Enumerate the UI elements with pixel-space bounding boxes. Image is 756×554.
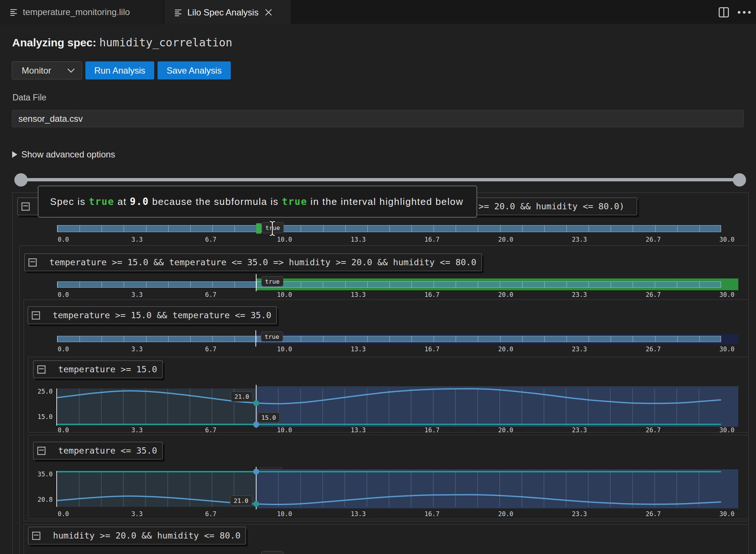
axis-tick-label: 23.3 <box>572 344 587 354</box>
axis-tick-label: 10.0 <box>277 344 292 354</box>
time-axis: 0.03.36.710.013.316.720.023.326.730.0 <box>0 344 756 354</box>
axis-tick-label: 23.3 <box>572 509 587 519</box>
save-analysis-button[interactable]: Save Analysis <box>158 61 231 79</box>
mode-select[interactable]: Monitor <box>12 61 82 79</box>
file-lines-icon <box>10 8 18 17</box>
y-axis-label-min: 20.8 <box>31 496 53 503</box>
axis-tick-label: 0.0 <box>58 425 69 435</box>
formula-header-temperature-gte[interactable]: temperature >= 15.0 <box>33 361 163 378</box>
split-editor-icon[interactable] <box>718 7 729 18</box>
axis-tick-label: 13.3 <box>351 290 366 299</box>
formula-header-temperature-lte[interactable]: temperature <= 35.0 <box>33 442 163 459</box>
axis-tick-label: 3.3 <box>131 235 143 244</box>
formula-text: temperature <= 35.0 <box>58 445 157 456</box>
close-icon[interactable] <box>264 8 273 17</box>
tab-temperature-monitoring[interactable]: temperature_monitoring.lilo <box>0 0 164 24</box>
formula-header-humidity-conjunction[interactable]: humidity >= 20.0 && humidity <= 80.0 <box>28 527 246 544</box>
axis-tick-label: 6.7 <box>205 509 216 519</box>
collapse-icon[interactable] <box>32 311 40 320</box>
text-cursor-pointer <box>269 220 276 237</box>
axis-tick-label: 13.3 <box>351 425 366 435</box>
axis-tick-label: 10.0 <box>277 509 292 519</box>
signal-cursor-dot <box>253 400 259 406</box>
tab-label: temperature_monitoring.lilo <box>23 7 130 17</box>
collapse-icon[interactable] <box>37 365 46 374</box>
spec-result-tooltip: Spec is true at 9.0 because the subformu… <box>38 186 477 217</box>
axis-tick-label: 23.3 <box>572 425 587 435</box>
axis-tick-label: 13.3 <box>351 235 366 244</box>
axis-tick-label: 20.0 <box>498 235 513 244</box>
tooltip-time-value: 9.0 <box>130 196 149 207</box>
axis-tick-label: 3.3 <box>131 290 143 299</box>
verdict-chip: true <box>261 276 283 287</box>
verdict-chip-label: true <box>265 278 280 285</box>
chevron-down-icon <box>67 68 75 73</box>
slider-handle-start[interactable] <box>14 173 28 187</box>
axis-tick-label: 6.7 <box>205 425 216 435</box>
mode-select-value: Monitor <box>22 65 51 76</box>
collapse-icon[interactable] <box>32 532 40 540</box>
triangle-right-icon <box>12 151 17 158</box>
axis-tick-label: 3.3 <box>131 425 143 435</box>
axis-tick-label: 0.0 <box>58 290 69 299</box>
spec-name: humidity_correlation <box>99 36 232 49</box>
collapse-icon[interactable] <box>37 447 46 455</box>
truth-bar-implication-after[interactable] <box>256 281 721 288</box>
y-axis-label-max: 35.0 <box>31 470 53 478</box>
line-chart-temperature-lte[interactable]: 35.020.821.035.0 <box>31 467 749 509</box>
axis-tick-label: 10.0 <box>277 290 292 299</box>
collapse-icon[interactable] <box>28 258 37 267</box>
truth-bar-implication-before[interactable] <box>57 281 257 288</box>
y-axis-label-max: 25.0 <box>31 388 53 395</box>
slider-handle-end[interactable] <box>733 173 746 187</box>
axis-tick-label: 3.3 <box>131 509 143 519</box>
axis-tick-label: 0.0 <box>58 344 69 354</box>
axis-tick-label: 16.7 <box>424 235 439 244</box>
more-actions-icon[interactable] <box>737 7 752 18</box>
page-title: Analyzing spec: humidity_correlation <box>12 36 232 49</box>
run-analysis-button[interactable]: Run Analysis <box>85 61 154 79</box>
axis-tick-label: 30.0 <box>720 509 735 519</box>
tooltip-text: in the interval highlighted below <box>307 196 463 207</box>
axis-tick-label: 26.7 <box>646 344 661 354</box>
data-file-input[interactable]: sensor_data.csv <box>12 110 744 127</box>
axis-tick-label: 26.7 <box>646 425 661 435</box>
formula-header-implication[interactable]: temperature >= 15.0 && temperature <= 35… <box>24 253 482 271</box>
axis-tick-label: 20.0 <box>498 290 513 299</box>
verdict-chip: true <box>261 551 283 554</box>
y-axis-spine <box>56 388 57 426</box>
axis-tick-label: 30.0 <box>720 344 735 354</box>
truth-bar-conjunction[interactable] <box>57 336 721 342</box>
advanced-options-toggle[interactable]: Show advanced options <box>12 149 115 160</box>
tooltip-true-value: true <box>282 196 307 207</box>
axis-tick-label: 20.0 <box>498 425 513 435</box>
file-lines-icon <box>174 8 183 17</box>
axis-tick-label: 30.0 <box>720 425 735 435</box>
axis-tick-label: 6.7 <box>205 235 216 244</box>
time-axis: 0.03.36.710.013.316.720.023.326.730.0 <box>0 235 756 244</box>
line-chart-temperature-gte[interactable]: 25.015.021.015.0 <box>31 385 749 428</box>
truth-bar-spec-root[interactable] <box>57 225 721 232</box>
axis-tick-label: 23.3 <box>572 235 587 244</box>
tooltip-text: because the subformula is <box>149 196 282 207</box>
formula-header-temperature-conjunction[interactable]: temperature >= 15.0 && temperature <= 35… <box>28 306 277 324</box>
axis-tick-label: 26.7 <box>646 290 661 299</box>
axis-tick-label: 10.0 <box>277 235 292 244</box>
chart-plot-svg <box>57 388 721 426</box>
axis-tick-label: 16.7 <box>424 425 439 435</box>
tab-lilo-spec-analysis[interactable]: Lilo Spec Analysis <box>165 0 291 25</box>
time-range-slider-track[interactable] <box>21 178 739 181</box>
collapse-icon[interactable] <box>21 202 30 211</box>
axis-tick-label: 20.0 <box>498 344 513 354</box>
axis-tick-label: 13.3 <box>351 509 366 519</box>
axis-tick-label: 23.3 <box>572 290 587 299</box>
formula-text: humidity >= 20.0 && humidity <= 80.0 <box>53 530 240 541</box>
axis-tick-label: 26.7 <box>646 235 661 244</box>
formula-text: temperature >= 15.0 && temperature <= 35… <box>49 257 476 267</box>
formula-text: temperature >= 15.0 <box>58 364 157 374</box>
value-chip: 21.0 <box>230 496 252 506</box>
lilo-spec-analysis-window: temperature_monitoring.lilo Lilo Spec An… <box>0 0 756 554</box>
tooltip-text: at <box>114 196 130 207</box>
y-axis-spine <box>56 471 57 507</box>
y-axis-label-min: 15.0 <box>31 413 53 420</box>
